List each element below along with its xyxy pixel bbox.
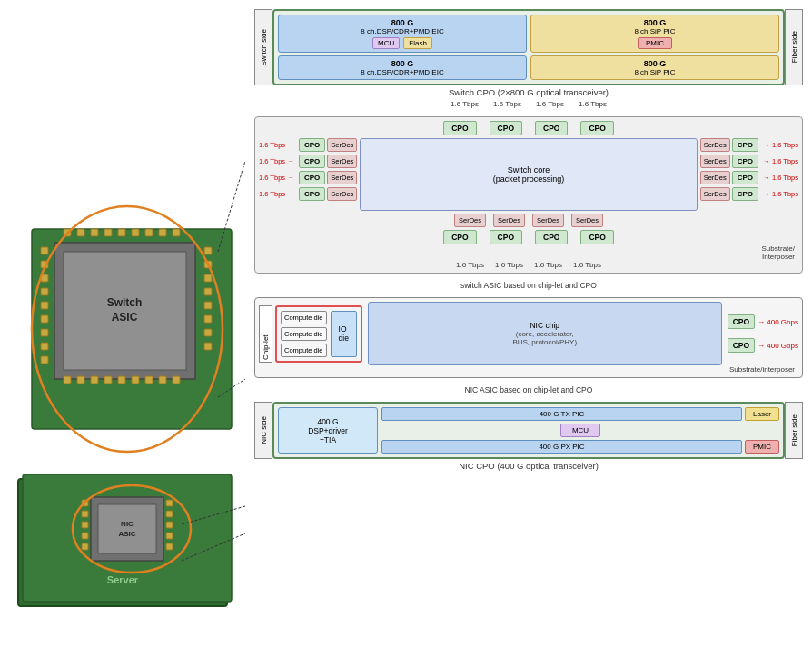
compute-die-2: Compute die: [281, 327, 327, 341]
main-container: NIC ASIC Server: [0, 0, 812, 658]
cpo-top-2: CPO: [490, 121, 522, 135]
svg-rect-40: [77, 229, 84, 236]
svg-rect-10: [82, 543, 88, 550]
svg-text:ASIC: ASIC: [118, 530, 135, 538]
dsp-box: 400 G DSP+driver +TIA: [278, 407, 378, 454]
nic-cpo-title: NIC CPO (400 G optical transceiver): [254, 459, 803, 473]
svg-rect-26: [41, 302, 48, 309]
svg-rect-48: [64, 376, 71, 384]
svg-rect-52: [118, 376, 125, 384]
svg-rect-35: [204, 302, 212, 309]
flash-box: Flash: [403, 37, 432, 49]
svg-rect-36: [204, 315, 212, 323]
nic-cpo-row1: 400 G TX PIC Laser: [381, 407, 779, 421]
svg-rect-54: [145, 376, 153, 384]
switch-asic-cpo-top: CPO CPO CPO CPO: [259, 121, 798, 135]
left-panel: NIC ASIC Server: [0, 0, 254, 658]
svg-rect-44: [132, 229, 139, 236]
switch-cpo-title: Switch CPO (2×800 G optical transceiver): [254, 85, 803, 99]
switch-cpo-bottom-row: 800 G 8 ch.DSP/CDR+PMD EIC 800 G 8 ch.Si…: [278, 55, 779, 80]
nic-cpo-content-row: 400 G DSP+driver +TIA 400 G TX PIC Laser: [278, 407, 779, 454]
svg-rect-15: [166, 543, 173, 550]
svg-text:ASIC: ASIC: [112, 311, 138, 324]
switch-asic-block: CPO CPO CPO CPO 1.6 Tbps → CPO SerDes 1.…: [254, 116, 803, 274]
nic-asic-title: NIC ASIC based on chip-let and CPO: [254, 385, 803, 394]
svg-rect-31: [204, 247, 212, 254]
svg-rect-56: [173, 376, 180, 384]
cpo-top-4: CPO: [580, 121, 613, 135]
nic-gbps-1: → 400 Gbps: [758, 318, 798, 326]
nic-chiplet-cpo-labels: CPO → 400 Gbps CPO → 400 Gbps: [728, 314, 798, 353]
nic-side-label: NIC side: [254, 402, 272, 459]
svg-rect-51: [104, 376, 112, 384]
svg-rect-12: [166, 511, 173, 517]
nic-cpo-2: CPO: [728, 338, 755, 353]
cpo-top-1: CPO: [443, 121, 476, 135]
switch-core-box: Switch core (packet processing): [360, 138, 697, 211]
switch-asic-main: 1.6 Tbps → CPO SerDes 1.6 Tbps → CPO Ser…: [259, 138, 798, 211]
mcu-box: MCU: [372, 37, 400, 49]
compute-die-3: Compute die: [281, 344, 327, 357]
rx-pic-box: 400 G PX PIC: [381, 440, 742, 454]
fiber-side-label: Fiber side: [785, 9, 803, 85]
svg-text:NIC: NIC: [121, 520, 134, 528]
nic-mcu-box: MCU: [560, 424, 600, 437]
chiplet-label: Chip-let: [259, 305, 272, 363]
chiplet-red-box: Compute die Compute die Compute die IO d…: [275, 305, 362, 363]
compute-die-1: Compute die: [281, 311, 327, 324]
svg-rect-43: [118, 229, 125, 236]
svg-rect-11: [166, 500, 173, 506]
switch-asic-left-col: 1.6 Tbps → CPO SerDes 1.6 Tbps → CPO Ser…: [259, 138, 357, 211]
svg-rect-7: [82, 511, 88, 517]
nic-substrate-label: Substrate/interposer: [259, 365, 798, 374]
svg-rect-9: [82, 533, 88, 539]
svg-rect-42: [104, 229, 112, 236]
svg-rect-45: [145, 229, 153, 236]
switch-cpo-section: Switch side Fiber side 800 G 8 ch.DSP/CD…: [254, 9, 803, 109]
nic-chip-box: NIC chip (core, accelerator, BUS, protoc…: [368, 302, 722, 365]
top-eic-box: 800 G 8 ch.DSP/CDR+PMD EIC MCU Flash: [278, 15, 527, 53]
svg-rect-25: [41, 288, 48, 295]
svg-rect-8: [82, 522, 88, 528]
nic-cpo-right-components: 400 G TX PIC Laser MCU 400 G PX PIC PMIC: [381, 407, 779, 454]
compute-die-col: Compute die Compute die Compute die: [281, 311, 327, 357]
tx-pic-box: 400 G TX PIC: [381, 407, 742, 421]
bottom-sip-box: 800 G 8 ch.SiP PIC: [530, 55, 779, 80]
svg-rect-28: [41, 329, 48, 336]
svg-rect-47: [173, 229, 180, 236]
right-panel: Switch side Fiber side 800 G 8 ch.DSP/CD…: [254, 0, 812, 658]
svg-rect-33: [204, 274, 212, 282]
svg-rect-41: [91, 229, 98, 236]
switch-cpo-tbps-row: 1.6 Tbps 1.6 Tbps 1.6 Tbps 1.6 Tbps: [254, 99, 803, 109]
nic-chiplet-block: Chip-let Compute die Compute die Compute…: [254, 297, 803, 378]
switch-side-label: Switch side: [254, 9, 272, 85]
nic-fiber-side-label: Fiber side: [785, 402, 803, 459]
cpo-top-3: CPO: [535, 121, 568, 135]
nic-cpo-row2: MCU: [381, 424, 779, 437]
switch-asic-serdes-bottom: SerDes SerDes SerDes SerDes: [259, 214, 798, 227]
bottom-eic-box: 800 G 8 ch.DSP/CDR+PMD EIC: [278, 55, 527, 80]
svg-rect-38: [204, 343, 212, 350]
svg-text:Server: Server: [107, 574, 139, 585]
svg-rect-34: [204, 288, 212, 295]
switch-asic-cpo-bottom: CPO CPO CPO CPO: [259, 230, 798, 244]
svg-rect-53: [132, 376, 139, 384]
nic-pmic-box: PMIC: [745, 440, 779, 454]
switch-cpo-box: 800 G 8 ch.DSP/CDR+PMD EIC MCU Flash 800…: [272, 9, 785, 85]
svg-rect-27: [41, 315, 48, 323]
switch-asic-subtitle: switch ASIC based on chip-let and CPO: [254, 281, 803, 290]
svg-rect-22: [41, 247, 48, 254]
svg-rect-46: [159, 229, 166, 236]
switch-cpo-top-row: 800 G 8 ch.DSP/CDR+PMD EIC MCU Flash 800…: [278, 15, 779, 53]
svg-text:Switch: Switch: [107, 296, 143, 309]
pmic-box-top: PMIC: [638, 37, 672, 49]
svg-rect-30: [41, 356, 48, 364]
nic-cpo-inner-box: 400 G DSP+driver +TIA 400 G TX PIC Laser: [272, 402, 785, 459]
svg-rect-49: [77, 376, 84, 384]
svg-rect-55: [159, 376, 166, 384]
svg-rect-50: [91, 376, 98, 384]
nic-cpo-row3: 400 G PX PIC PMIC: [381, 440, 779, 454]
switch-asic-tbps-bottom: 1.6 Tbps 1.6 Tbps 1.6 Tbps 1.6 Tbps: [259, 261, 798, 269]
io-die-box: IO die: [331, 311, 357, 357]
laser-box: Laser: [745, 407, 779, 421]
